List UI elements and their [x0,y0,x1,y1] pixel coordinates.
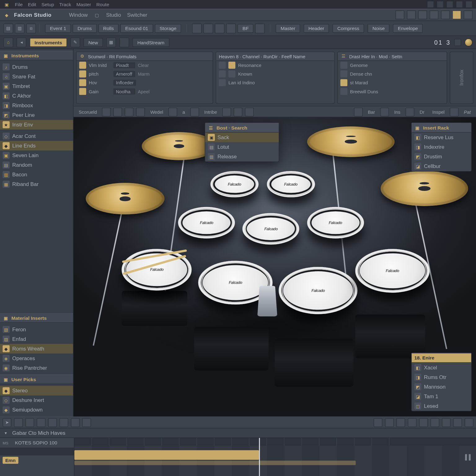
floor-tom-2[interactable]: Falcado [279,267,358,314]
tool-open-icon[interactable]: ▥ [15,24,24,33]
tl-btn-17[interactable] [465,418,473,427]
row-label[interactable]: Known [238,71,252,77]
tl-btn-5[interactable] [48,418,57,427]
vp-btn-4[interactable] [136,108,145,116]
tab-storage[interactable]: Storage [155,24,181,33]
titlebar-btn-gold[interactable] [452,11,461,19]
tray-icon-4[interactable] [456,1,463,8]
row-label[interactable]: Genome [350,63,368,68]
menu-edit[interactable]: Edit [28,2,36,7]
sidebar-item-akhor[interactable]: ◧C Akhor [0,91,73,101]
row-field2[interactable]: Marm [138,71,150,77]
vp-btn-2[interactable] [113,108,122,116]
sidebar-item-roms[interactable]: ◆Roms Wreath [0,344,73,354]
track-name[interactable]: KOTES SOPIO 100 [15,440,57,445]
sidebar-item-operaces[interactable]: ◈Operaces [0,354,73,363]
tom-1[interactable]: Falcado [210,171,258,197]
home-icon[interactable]: ⌂ [3,37,13,47]
pill-handstream[interactable]: HandStream [133,38,169,46]
tray-icon-2[interactable] [437,1,444,8]
vp-btn-13[interactable] [450,108,459,116]
tab-compress[interactable]: Compress [333,24,364,33]
tl-btn-14[interactable] [430,418,439,427]
row-field[interactable]: Inflceder [113,80,136,86]
titlebar-btn-1[interactable] [395,11,404,19]
sidebar-item-instrenv[interactable]: ★Instr Env [0,120,73,130]
sidebar-item-lineends[interactable]: ◆Line Ends [0,141,73,151]
tl-btn-8[interactable] [82,418,91,427]
sidebar-item-drums[interactable]: ♪Drums [0,62,73,72]
menu-window[interactable]: Window [69,12,88,18]
sidebar-item-deshure[interactable]: ◇Deshure Inert [0,395,73,405]
kick-pedal[interactable] [258,286,277,316]
sidebar-item-timbret[interactable]: ▣Timbret [0,82,73,91]
tl-btn-13[interactable] [419,418,428,427]
menu-file[interactable]: File [15,2,23,7]
sidebar-item-random[interactable]: ▤Random [0,160,73,170]
vp-btn-11[interactable] [380,108,389,116]
row-field[interactable]: Noolha [113,88,135,95]
timeline-lane[interactable]: ▌▌ [74,438,476,476]
cymbal-crash-right[interactable] [381,171,468,206]
enire-item-4[interactable]: ◪Tam 1 [412,392,471,401]
grid-icon[interactable]: ▦ [106,37,116,47]
tl-btn-2[interactable] [14,418,23,427]
enire-item-2[interactable]: ◨Rums Otr [412,372,471,382]
vp-btn-9[interactable] [245,108,254,116]
tray-icon-1[interactable] [427,1,434,8]
sidebar-item-peerline[interactable]: ◩Peer Line [0,110,73,120]
tl-btn-16[interactable] [453,418,462,427]
sidebar-hdr-instruments[interactable]: ▣ Instruments [0,51,73,60]
vp-btn-3[interactable] [125,108,134,116]
sidebar-item-acar[interactable]: ◇Acar Cont [0,131,73,141]
vp-btn-1[interactable] [102,108,111,116]
master-knob[interactable] [465,38,472,46]
tl-btn-6[interactable] [60,418,68,427]
vp-btn-6[interactable] [190,108,199,116]
tbtn-e[interactable] [255,24,265,33]
popup-item-lotut[interactable]: ▤Lotut [205,142,279,152]
tab-envelope[interactable]: Envelope [393,24,423,33]
vp-btn-5[interactable] [169,108,177,116]
tl-btn-3[interactable] [25,418,34,427]
menu-switcher[interactable]: Switcher [127,12,147,18]
row-label[interactable]: Resonance [238,63,261,68]
enire-item-3[interactable]: ◩Mannson [412,382,471,391]
tl-btn-9[interactable] [374,418,382,427]
tl-btn-11[interactable] [396,418,405,427]
titlebar-btn-2[interactable] [407,11,416,19]
sidebar-item-sevenlain[interactable]: ▣Seven Lain [0,151,73,160]
sidebar-item-feron[interactable]: ▧Feron [0,325,73,334]
tab-esound[interactable]: Esound 01 [120,24,153,33]
tl-btn-12[interactable] [408,418,416,427]
tool-save-icon[interactable]: ⧈ [26,24,36,33]
vp-btn-10[interactable] [354,108,363,116]
tom-3[interactable]: Falcado [178,207,235,239]
vp-btn-8[interactable] [234,108,242,116]
counter-dot[interactable] [454,39,461,46]
tab-header[interactable]: Header [304,24,329,33]
cymbal-crash-left[interactable] [86,183,164,215]
sidebar-item-bacon[interactable]: ▥Bacon [0,170,73,179]
titlebar-btn-3[interactable] [418,11,427,19]
tab-drums[interactable]: Drums [73,24,97,33]
popup-item-release[interactable]: ▥Release [205,152,279,161]
sidebar-item-snare[interactable]: ♫Snare Fat [0,72,73,82]
sidebar-item-riband[interactable]: ▦Riband Bar [0,179,73,189]
row-field2[interactable]: Clear [138,63,149,68]
enire-item-1[interactable]: ◧Xacel [412,363,471,372]
sidebar-item-stereo[interactable]: ◆Stereo [0,386,73,395]
tab-bf[interactable]: BF [238,24,253,33]
menu-master[interactable]: Master [76,2,91,7]
menu-route[interactable]: Route [96,2,109,7]
sidebar-item-risep[interactable]: ◉Rise Pantrcher [0,363,73,373]
cymbal-ride[interactable] [307,126,394,157]
menu-setup[interactable]: Setup [42,2,54,7]
pin-icon[interactable]: ✎ [70,37,80,47]
tl-btn-4[interactable] [37,418,46,427]
track-mute-button[interactable]: Emn [2,457,18,464]
row-label[interactable]: Dense chn [350,71,372,77]
tool-new-icon[interactable]: ▤ [3,24,13,33]
tbtn-c[interactable] [215,24,225,33]
tom-5[interactable]: Falcado [307,207,364,239]
